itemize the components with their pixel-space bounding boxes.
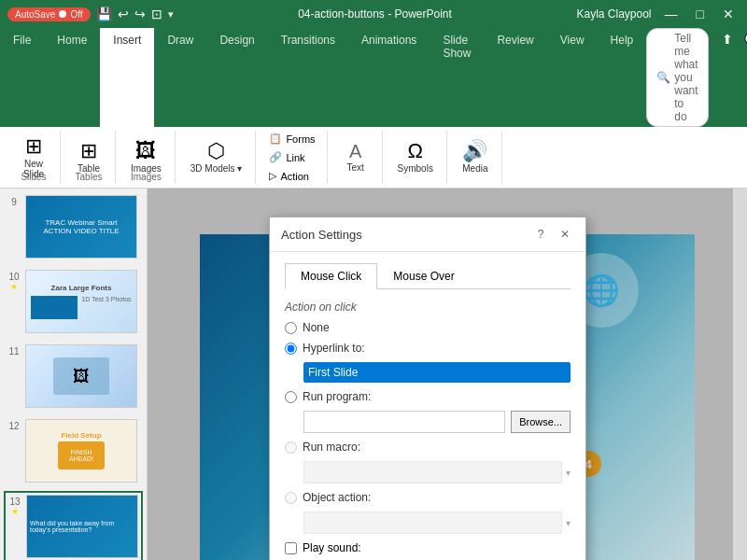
none-label[interactable]: None: [303, 321, 330, 334]
tables-group-label: Tables: [63, 172, 115, 182]
slide-thumbnail-11: 🖼: [25, 344, 137, 408]
3dmodels-button[interactable]: ⬡ 3D Models ▾: [185, 137, 248, 177]
slide-thumb-10[interactable]: 10 ★ Zara Large Fonts 1D Test 3 Photos: [4, 267, 143, 336]
run-program-radio[interactable]: [285, 391, 297, 403]
dialog-tabs: Mouse Click Mouse Over: [285, 263, 571, 289]
close-button[interactable]: ✕: [717, 5, 740, 23]
new-slide-icon: ⊞: [25, 136, 42, 157]
slide-number-11: 11: [7, 344, 21, 408]
hyperlink-label[interactable]: Hyperlink to:: [303, 342, 365, 355]
ribbon-group-items: ⬡ 3D Models ▾: [185, 131, 248, 184]
title-bar-left: AutoSave Off 💾 ↩ ↪ ⊡ ▾: [7, 7, 174, 21]
search-icon: 🔍: [656, 71, 670, 84]
object-action-label: Object action:: [303, 491, 371, 504]
media-icon: 🔊: [462, 141, 487, 161]
run-program-label[interactable]: Run program:: [303, 390, 371, 403]
tab-slideshow[interactable]: Slide Show: [430, 28, 484, 127]
ribbon-group-3dmodels: ⬡ 3D Models ▾: [177, 131, 257, 184]
tab-view[interactable]: View: [547, 28, 598, 127]
symbols-button[interactable]: Ω Symbols: [392, 137, 439, 177]
slide-thumb-9[interactable]: 9 TRAC Webinar SmartACTION VIDEO TITLE: [4, 192, 143, 261]
slide-thumb-12[interactable]: 12 Field Setup FINISHAHEAD!: [4, 416, 143, 485]
link-button[interactable]: 🔗 Link: [265, 149, 308, 165]
forms-icon: 📋: [269, 133, 282, 145]
dropdown-icon[interactable]: ▾: [168, 8, 174, 21]
slide-number-10: 10 ★: [7, 270, 21, 333]
object-action-row: ▾: [303, 511, 571, 534]
play-sound-label[interactable]: Play sound:: [303, 541, 361, 554]
tab-review[interactable]: Review: [484, 28, 546, 127]
tab-animations[interactable]: Animations: [348, 28, 430, 127]
tab-help[interactable]: Help: [598, 28, 647, 127]
ribbon-content: ⊞ NewSlide Slides ⊞ Table Tables 🖼 Image…: [0, 127, 747, 188]
slide-number-13: 13 ★: [7, 495, 22, 558]
ribbon-group-shapes: 📋 Forms 🔗 Link ▷ Action: [258, 131, 327, 184]
star-icon-10: ★: [10, 282, 18, 291]
3dmodels-icon: ⬡: [207, 141, 225, 161]
tell-me-box[interactable]: 🔍 Tell me what you want to do: [646, 28, 708, 127]
slide-thumb-11[interactable]: 11 🖼: [4, 342, 143, 411]
ribbon-group-text: A Text: [330, 131, 383, 184]
dialog-title: Action Settings: [281, 228, 362, 242]
autosave-toggle[interactable]: AutoSave Off: [7, 7, 91, 21]
ribbon-tabs: File Home Insert Draw Design Transitions…: [0, 28, 747, 127]
tab-draw[interactable]: Draw: [154, 28, 206, 127]
text-icon: A: [349, 142, 361, 161]
dialog-body: Mouse Click Mouse Over Action on click N…: [270, 252, 585, 560]
text-button[interactable]: A Text: [337, 138, 374, 176]
macro-dropdown: [303, 461, 562, 483]
dialog-help-button[interactable]: ?: [531, 225, 550, 244]
ribbon-group-items: 📋 Forms 🔗 Link ▷ Action: [265, 131, 318, 184]
ribbon-group-images: 🖼 Images Images: [118, 131, 176, 184]
hyperlink-dropdown[interactable]: First Slide: [303, 362, 571, 383]
present-icon[interactable]: ⊡: [151, 7, 162, 21]
minimize-button[interactable]: —: [659, 5, 684, 23]
share-icon[interactable]: ⬆: [716, 28, 739, 127]
images-icon: 🖼: [135, 141, 156, 161]
tab-mouse-over[interactable]: Mouse Over: [377, 263, 470, 289]
run-macro-row: ▾: [303, 461, 571, 483]
dialog-close-button[interactable]: ✕: [556, 225, 574, 244]
action-on-click-label: Action on click: [285, 301, 571, 314]
tab-insert[interactable]: Insert: [100, 28, 154, 127]
hyperlink-radio[interactable]: [285, 343, 297, 355]
none-radio[interactable]: [285, 322, 297, 334]
slide-thumb-13[interactable]: 13 ★ What did you take away from today's…: [4, 491, 143, 560]
play-sound-row: Play sound:: [285, 541, 571, 554]
user-name: Kayla Claypool: [576, 7, 651, 21]
run-macro-option: Run macro:: [285, 441, 571, 454]
link-icon: 🔗: [269, 151, 282, 163]
ribbon-group-media: 🔊 Media: [449, 131, 502, 184]
tab-file[interactable]: File: [0, 28, 44, 127]
canvas-area: 🌐 away tion? 4 5 Property of CustomGuide…: [148, 189, 747, 560]
title-bar-center: 04-action-buttons - PowerPoint: [298, 7, 452, 21]
comment-icon[interactable]: 💬: [739, 28, 747, 127]
slide-number-9: 9: [7, 195, 21, 259]
ribbon-group-items: 🔊 Media: [457, 131, 494, 184]
media-button[interactable]: 🔊 Media: [457, 137, 494, 177]
slide-panel: 9 TRAC Webinar SmartACTION VIDEO TITLE 1…: [0, 189, 148, 560]
ribbon-group-items: Ω Symbols: [392, 131, 439, 184]
forms-button[interactable]: 📋 Forms: [265, 131, 318, 147]
browse-button[interactable]: Browse...: [511, 411, 571, 433]
none-option: None: [285, 321, 571, 334]
run-program-input[interactable]: [303, 411, 505, 433]
redo-icon[interactable]: ↪: [134, 7, 146, 21]
undo-icon[interactable]: ↩: [118, 7, 129, 21]
tab-home[interactable]: Home: [44, 28, 100, 127]
tab-mouse-click[interactable]: Mouse Click: [285, 263, 377, 289]
tab-transitions[interactable]: Transitions: [268, 28, 348, 127]
dialog-controls: ? ✕: [531, 225, 574, 244]
object-action-radio: [285, 492, 297, 504]
ribbon-group-symbols: Ω Symbols: [385, 131, 447, 184]
save-icon[interactable]: 💾: [96, 7, 112, 21]
action-icon: ▷: [269, 170, 276, 182]
object-action-dropdown: [303, 511, 562, 534]
tab-design[interactable]: Design: [206, 28, 267, 127]
ribbon-group-slides: ⊞ NewSlide Slides: [7, 131, 61, 184]
ribbon-group-items: A Text: [337, 131, 374, 184]
maximize-button[interactable]: □: [691, 5, 710, 23]
play-sound-checkbox[interactable]: [285, 542, 297, 554]
slide-thumbnail-13: What did you take away from today's pres…: [26, 495, 138, 558]
action-button[interactable]: ▷ Action: [265, 168, 313, 184]
